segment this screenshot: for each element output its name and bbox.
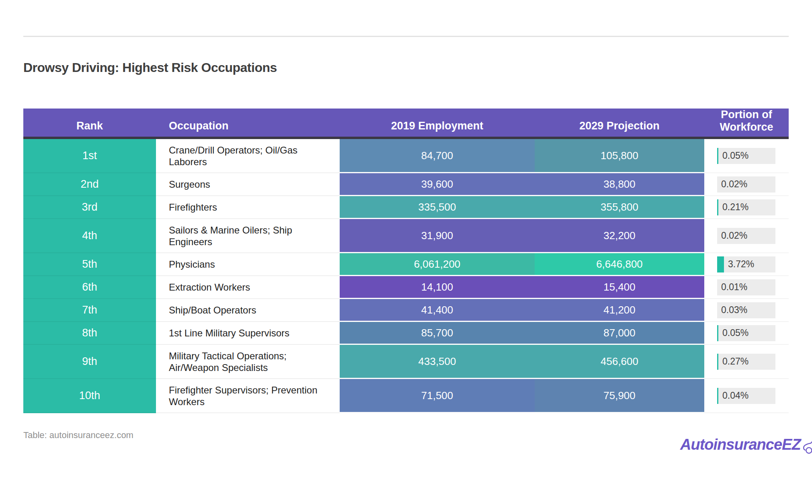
projection-2029-cell: 15,400 bbox=[535, 276, 704, 299]
occupation-cell: Military Tactical Operations; Air/Weapon… bbox=[156, 345, 340, 379]
rank-cell: 2nd bbox=[23, 173, 156, 196]
portion-box: 3.72% bbox=[717, 256, 775, 272]
portion-value: 3.72% bbox=[728, 259, 754, 270]
rank-cell: 8th bbox=[23, 322, 156, 345]
occupation-label: Physicians bbox=[169, 258, 215, 270]
portion-box: 0.05% bbox=[717, 325, 775, 341]
table-row: 8th1st Line Military Supervisors85,70087… bbox=[23, 322, 789, 345]
portion-cell: 0.02% bbox=[704, 219, 789, 253]
portion-cell: 3.72% bbox=[704, 253, 789, 276]
portion-bar bbox=[717, 148, 718, 164]
rank-cell: 7th bbox=[23, 299, 156, 322]
occupation-label: Firefighters bbox=[169, 201, 217, 213]
portion-cell: 0.21% bbox=[704, 196, 789, 219]
table-row: 7thShip/Boat Operators41,40041,2000.03% bbox=[23, 299, 789, 322]
occupation-label: Firefighter Supervisors; Prevention Work… bbox=[169, 384, 325, 408]
portion-value: 0.27% bbox=[722, 356, 748, 367]
occupation-cell: Sailors & Marine Oilers; Ship Engineers bbox=[156, 219, 340, 253]
employment-2019-cell: 14,100 bbox=[340, 276, 535, 299]
portion-value: 0.05% bbox=[722, 150, 748, 161]
employment-2019-cell: 41,400 bbox=[340, 299, 535, 322]
employment-2019-cell: 71,500 bbox=[340, 379, 535, 413]
portion-value: 0.01% bbox=[721, 282, 747, 293]
top-divider bbox=[23, 36, 789, 37]
occupation-label: Surgeons bbox=[169, 178, 210, 190]
portion-value: 0.02% bbox=[721, 179, 747, 190]
portion-value: 0.02% bbox=[721, 230, 747, 241]
portion-value: 0.21% bbox=[722, 202, 748, 213]
portion-cell: 0.27% bbox=[704, 345, 789, 379]
employment-2019-cell: 85,700 bbox=[340, 322, 535, 345]
employment-2019-cell: 84,700 bbox=[340, 139, 535, 173]
portion-bar bbox=[717, 199, 718, 215]
projection-2029-cell: 105,800 bbox=[535, 139, 704, 173]
portion-box: 0.05% bbox=[717, 148, 775, 164]
portion-cell: 0.03% bbox=[704, 299, 789, 322]
table-body: 1stCrane/Drill Operators; Oil/Gas Labore… bbox=[23, 139, 789, 413]
portion-cell: 0.05% bbox=[704, 322, 789, 345]
occupation-label: Military Tactical Operations; Air/Weapon… bbox=[169, 350, 325, 373]
occupation-label: Sailors & Marine Oilers; Ship Engineers bbox=[169, 224, 325, 248]
occupation-cell: 1st Line Military Supervisors bbox=[156, 322, 340, 345]
table-row: 2ndSurgeons39,60038,8000.02% bbox=[23, 173, 789, 196]
portion-cell: 0.02% bbox=[704, 173, 789, 196]
table-row: 4thSailors & Marine Oilers; Ship Enginee… bbox=[23, 219, 789, 253]
header-rank: Rank bbox=[23, 109, 156, 137]
rank-cell: 1st bbox=[23, 139, 156, 173]
portion-box: 0.01% bbox=[717, 279, 775, 295]
table-row: 9thMilitary Tactical Operations; Air/Wea… bbox=[23, 345, 789, 379]
header-occupation: Occupation bbox=[156, 109, 340, 137]
occupation-cell: Firefighter Supervisors; Prevention Work… bbox=[156, 379, 340, 413]
rank-cell: 4th bbox=[23, 219, 156, 253]
occupation-label: Extraction Workers bbox=[169, 281, 250, 293]
table-row: 6thExtraction Workers14,10015,4000.01% bbox=[23, 276, 789, 299]
projection-2029-cell: 75,900 bbox=[535, 379, 704, 413]
rank-cell: 6th bbox=[23, 276, 156, 299]
occupation-cell: Surgeons bbox=[156, 173, 340, 196]
portion-bar bbox=[717, 256, 724, 272]
table-header-row: Rank Occupation 2019 Employment 2029 Pro… bbox=[23, 109, 789, 137]
brand-logo: AutoinsuranceEZ bbox=[680, 433, 812, 456]
header-2019-employment: 2019 Employment bbox=[340, 109, 535, 137]
portion-box: 0.04% bbox=[717, 388, 775, 404]
table-row: 10thFirefighter Supervisors; Prevention … bbox=[23, 379, 789, 413]
page-title: Drowsy Driving: Highest Risk Occupations bbox=[23, 60, 277, 75]
projection-2029-cell: 6,646,800 bbox=[535, 253, 704, 276]
portion-bar bbox=[717, 354, 718, 370]
employment-2019-cell: 6,061,200 bbox=[340, 253, 535, 276]
employment-2019-cell: 31,900 bbox=[340, 219, 535, 253]
portion-cell: 0.04% bbox=[704, 379, 789, 413]
occupation-cell: Firefighters bbox=[156, 196, 340, 219]
employment-2019-cell: 433,500 bbox=[340, 345, 535, 379]
header-portion-of-workforce: Portion of Workforce bbox=[704, 109, 789, 137]
table-row: 5thPhysicians6,061,2006,646,8003.72% bbox=[23, 253, 789, 276]
projection-2029-cell: 456,600 bbox=[535, 345, 704, 379]
portion-box: 0.27% bbox=[717, 354, 775, 370]
portion-box: 0.21% bbox=[717, 199, 775, 215]
occupation-label: Ship/Boat Operators bbox=[169, 304, 256, 316]
portion-cell: 0.01% bbox=[704, 276, 789, 299]
portion-value: 0.05% bbox=[722, 328, 748, 338]
rank-cell: 5th bbox=[23, 253, 156, 276]
projection-2029-cell: 38,800 bbox=[535, 173, 704, 196]
portion-value: 0.03% bbox=[721, 305, 747, 316]
rank-cell: 9th bbox=[23, 345, 156, 379]
rank-cell: 10th bbox=[23, 379, 156, 413]
projection-2029-cell: 355,800 bbox=[535, 196, 704, 219]
portion-bar bbox=[717, 388, 718, 404]
occupation-cell: Ship/Boat Operators bbox=[156, 299, 340, 322]
table-row: 3rdFirefighters335,500355,8000.21% bbox=[23, 196, 789, 219]
employment-2019-cell: 335,500 bbox=[340, 196, 535, 219]
portion-cell: 0.05% bbox=[704, 139, 789, 173]
portion-value: 0.04% bbox=[722, 390, 748, 401]
portion-box: 0.02% bbox=[717, 176, 775, 193]
infographic-page: Drowsy Driving: Highest Risk Occupations… bbox=[0, 0, 812, 504]
projection-2029-cell: 87,000 bbox=[535, 322, 704, 345]
portion-box: 0.03% bbox=[717, 302, 775, 318]
projection-2029-cell: 41,200 bbox=[535, 299, 704, 322]
occupations-table: Rank Occupation 2019 Employment 2029 Pro… bbox=[23, 109, 789, 413]
occupation-cell: Extraction Workers bbox=[156, 276, 340, 299]
rank-cell: 3rd bbox=[23, 196, 156, 219]
header-2029-projection: 2029 Projection bbox=[535, 109, 704, 137]
portion-box: 0.02% bbox=[717, 228, 775, 244]
